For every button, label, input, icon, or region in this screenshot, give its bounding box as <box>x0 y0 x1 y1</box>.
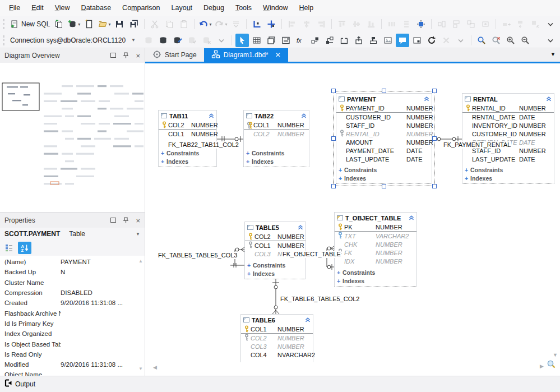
property-row[interactable]: (Name)PAYMENT <box>0 257 145 267</box>
database-edit-icon[interactable] <box>171 34 184 47</box>
column-row[interactable]: PKNUMBER <box>335 223 416 232</box>
close-icon[interactable]: × <box>136 53 140 59</box>
fk-label-table6-table5[interactable]: FK_TABLE6_TABLE5_COL2 <box>280 296 360 303</box>
preview-icon[interactable] <box>410 34 424 47</box>
add-relation-icon[interactable] <box>323 34 336 47</box>
container-icon[interactable] <box>337 34 351 47</box>
pin-icon[interactable] <box>123 52 128 59</box>
output-tab-label[interactable]: Output <box>15 380 35 388</box>
menu-edit[interactable]: Edit <box>26 2 49 13</box>
save-icon[interactable] <box>113 17 126 31</box>
tab-start-page[interactable]: Start Page <box>145 48 204 62</box>
column-row[interactable]: FKNUMBER <box>335 248 416 257</box>
column-row[interactable]: RENTAL_IDNUMBER <box>336 130 432 138</box>
maximize-icon[interactable] <box>110 53 116 59</box>
expression-fx-icon[interactable]: fx <box>294 34 307 47</box>
collapse-icon[interactable] <box>301 113 307 119</box>
column-row[interactable]: COL1NUMBER <box>244 121 309 130</box>
fk-label-tab22-tab11[interactable]: FK_TAB22_TAB11_COL2 <box>168 141 239 149</box>
menu-comparison[interactable]: Comparison <box>117 2 165 13</box>
find-icon[interactable] <box>475 34 488 47</box>
diagram-table-t-object-table[interactable]: T_OBJECT_TABLEPKNUMBERTXTVARCHAR2CHKNUMB… <box>334 212 417 287</box>
report-icon[interactable] <box>279 34 293 47</box>
section-constraints[interactable]: +Constraints <box>159 149 216 157</box>
section-constraints[interactable]: +Constraints <box>244 149 309 157</box>
add-table-icon[interactable] <box>308 34 322 47</box>
selection-handle[interactable] <box>432 89 437 93</box>
column-row[interactable]: CUSTOMER_IDNUMBER <box>462 130 554 138</box>
tab-diagram1[interactable]: Diagram1.dbd*✕ <box>204 48 288 62</box>
section-constraints[interactable]: +Constraints <box>245 261 306 269</box>
property-row[interactable]: Is Object Based Tabl <box>0 339 145 349</box>
column-row[interactable]: COL2NUMBER <box>159 121 216 130</box>
alphabetical-sort-icon[interactable]: AZ <box>18 242 31 254</box>
new-sql-button[interactable]: New SQL <box>8 17 51 31</box>
fk-label-object-table[interactable]: FK_OBJECT_TABLE <box>282 251 341 258</box>
property-row[interactable]: Object Name <box>0 370 145 376</box>
close-tab-icon[interactable]: ✕ <box>275 51 281 59</box>
section-indexes[interactable]: +Indexes <box>159 157 216 165</box>
select-tool-icon[interactable] <box>235 34 249 47</box>
scroll-left-icon[interactable]: ◀ <box>153 365 157 370</box>
property-row[interactable]: Created9/20/2016 11:31:08 ... <box>0 298 145 308</box>
property-row[interactable]: Cluster Name <box>0 278 145 288</box>
column-row[interactable]: RENTAL_IDNUMBER <box>462 104 554 113</box>
column-row[interactable]: CHKNUMBER <box>335 240 416 248</box>
zoom-out-icon[interactable] <box>519 34 532 47</box>
property-row[interactable]: Is Read Only <box>0 349 145 359</box>
section-constraints[interactable]: +Constraints <box>462 165 554 174</box>
column-row[interactable]: STAFF_IDNUMBER <box>336 121 432 130</box>
scroll-right-icon[interactable]: ▶ <box>540 364 544 369</box>
close-icon[interactable]: × <box>136 218 140 224</box>
database-icon[interactable] <box>156 34 170 47</box>
property-row[interactable]: Id Is Primary Key <box>0 319 145 329</box>
new-window-icon[interactable] <box>265 34 278 47</box>
column-row[interactable]: COL1NUMBER <box>245 241 306 250</box>
selected-object-row[interactable]: SCOTT.PAYMENT Table ▼ <box>0 228 145 240</box>
toolbar-overflow-icon[interactable] <box>544 34 557 47</box>
column-row[interactable]: IDXNUMBER <box>335 257 416 265</box>
section-indexes[interactable]: +Indexes <box>336 174 432 182</box>
connection-combo[interactable]: sys@dbOracle:ORCL1120▼ <box>47 36 139 44</box>
section-constraints[interactable]: +Constraints <box>335 268 416 276</box>
selection-handle[interactable] <box>331 136 336 141</box>
new-query-icon[interactable] <box>52 17 66 31</box>
column-row[interactable]: INVENTORY_IDNUMBER <box>462 121 554 130</box>
column-row[interactable]: LAST_UPDATEDATE <box>462 155 554 163</box>
column-row[interactable]: RENTAL_DATEDATE <box>462 113 554 121</box>
pin-icon[interactable] <box>123 217 128 224</box>
scroll-up-icon[interactable]: ▲ <box>138 259 143 264</box>
diagram-table-tab11[interactable]: TAB11COL2NUMBERCOL1NUMBER+Constraints+In… <box>158 110 217 167</box>
collapse-icon[interactable] <box>298 224 303 231</box>
menu-tools[interactable]: Tools <box>230 2 257 13</box>
property-row[interactable]: Index Organized <box>0 329 145 339</box>
selection-handle[interactable] <box>432 136 437 141</box>
chevron-down-icon[interactable]: ▼ <box>136 232 140 237</box>
new-connection-icon[interactable]: ▾ <box>67 17 81 31</box>
menu-file[interactable]: File <box>3 2 26 13</box>
overview-minimap[interactable] <box>0 63 145 212</box>
diagram-table-rental[interactable]: RENTALRENTAL_IDNUMBERRENTAL_DATEDATEINVE… <box>462 93 554 184</box>
export-icon[interactable] <box>352 34 365 47</box>
collapse-icon[interactable] <box>546 96 552 103</box>
column-row[interactable]: CUSTOMER_IDNUMBER <box>336 113 432 121</box>
menu-debug[interactable]: Debug <box>198 2 230 13</box>
data-grid-icon[interactable] <box>250 34 263 47</box>
menu-help[interactable]: Help <box>294 2 320 13</box>
column-row[interactable]: LAST_UPDATEDATE <box>336 155 432 163</box>
fk-label-table5-table5[interactable]: FK_TABLE5_TABLE5_COL3 <box>158 252 238 259</box>
stamp-icon[interactable] <box>367 34 380 47</box>
menu-layout[interactable]: Layout <box>166 2 198 13</box>
tab-overflow-icon[interactable]: ▼ <box>550 52 556 57</box>
selection-handle[interactable] <box>382 89 386 93</box>
column-row[interactable]: TXTVARCHAR2 <box>335 232 416 240</box>
menu-view[interactable]: View <box>49 2 76 13</box>
property-row[interactable]: Flashback Archive Na <box>0 308 145 318</box>
section-constraints[interactable]: +Constraints <box>336 165 432 174</box>
column-row[interactable]: COL2NUMBER <box>244 130 309 138</box>
selection-handle[interactable] <box>382 184 386 188</box>
undo-icon[interactable]: ▾ <box>198 17 212 31</box>
comment-icon[interactable] <box>396 34 409 47</box>
column-row[interactable]: AMOUNTNUMBER <box>336 138 432 146</box>
zoom-in-icon[interactable] <box>504 34 517 47</box>
